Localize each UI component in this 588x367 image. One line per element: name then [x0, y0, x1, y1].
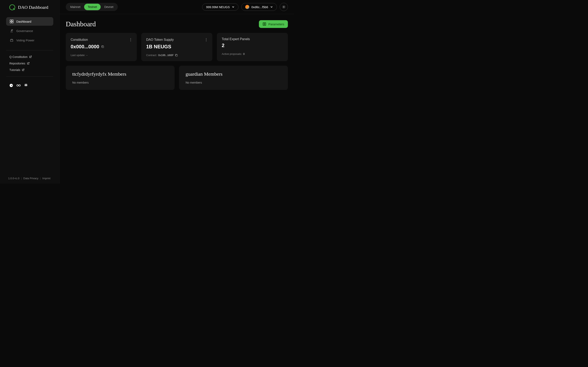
topbar: Mainnet Testnet Devnet 999.99M NEUGS 0xd… — [60, 0, 294, 14]
card-value: 1B NEUGS — [146, 44, 171, 50]
sidebar-footer: 1.0.0-rc.0 | Data Privacy | Imprint — [0, 173, 60, 184]
card-title: Total Expert Panels — [222, 37, 250, 41]
card-footer-label: Last update: — [71, 54, 85, 57]
nav-item-dashboard[interactable]: Dashboard — [6, 17, 53, 26]
page-title: Dashboard — [66, 20, 96, 28]
nav-label: Dashboard — [16, 20, 31, 23]
svg-point-8 — [17, 85, 18, 86]
app-title: DAO Dashboard — [18, 5, 48, 10]
social-icon-2[interactable] — [16, 83, 21, 88]
imprint-link[interactable]: Imprint — [42, 177, 51, 180]
sidebar: DAO Dashboard Dashboard Governance Votin… — [0, 0, 60, 184]
wallet-button[interactable]: 0xd6c...f5b6 — [241, 3, 277, 11]
network-tabs: Mainnet Testnet Devnet — [66, 3, 118, 11]
page-header: Dashboard Parameters — [66, 20, 288, 28]
svg-point-18 — [130, 41, 131, 42]
nav-item-voting-power[interactable]: Voting Power — [6, 36, 53, 44]
card-expert-panels: Total Expert Panels 2 Active proposals: … — [217, 33, 288, 61]
member-card-title: ttcfydrdyrfyrdyfx Members — [72, 71, 168, 77]
svg-point-20 — [206, 38, 207, 39]
svg-rect-19 — [102, 46, 104, 48]
card-menu-button[interactable] — [130, 37, 132, 42]
content: Dashboard Parameters Constitution 0x000.… — [60, 14, 294, 96]
member-card: guardian Members No members — [179, 66, 288, 90]
nav-label: Governance — [16, 29, 33, 33]
link-repositories[interactable]: Repositories — [6, 60, 53, 67]
settings-button[interactable] — [280, 3, 288, 11]
logo-section: DAO Dashboard — [0, 0, 60, 16]
wallet-avatar-icon — [245, 5, 249, 9]
svg-point-22 — [206, 41, 207, 42]
card-footer-value: - — [86, 54, 87, 57]
social-icon-3[interactable] — [24, 83, 28, 88]
external-link-icon — [22, 69, 24, 71]
nav-label: Voting Power — [16, 39, 34, 42]
voting-power-icon — [10, 38, 13, 42]
wallet-address: 0xd6c...f5b6 — [251, 5, 268, 9]
svg-rect-4 — [10, 22, 11, 23]
external-link-icon — [27, 62, 29, 65]
svg-rect-5 — [12, 22, 13, 23]
copy-icon[interactable] — [175, 54, 178, 57]
svg-point-16 — [130, 38, 131, 39]
privacy-link[interactable]: Data Privacy — [23, 177, 38, 180]
main: Mainnet Testnet Devnet 999.99M NEUGS 0xd… — [60, 0, 294, 184]
svg-point-7 — [11, 85, 12, 86]
divider — [6, 76, 53, 77]
social-icons — [0, 80, 60, 91]
card-footer-value: 0 — [243, 52, 245, 55]
link-section: Q Constitution Repositories Tutorials — [0, 54, 60, 73]
governance-icon — [10, 29, 13, 33]
network-tab-mainnet[interactable]: Mainnet — [67, 4, 84, 10]
separator: | — [21, 177, 22, 180]
svg-point-17 — [130, 40, 131, 40]
card-value: 2 — [222, 43, 224, 48]
svg-rect-2 — [10, 20, 11, 21]
member-empty-label: No members — [186, 81, 281, 84]
svg-rect-3 — [12, 20, 13, 21]
parameters-label: Parameters — [268, 22, 284, 26]
card-title: Constitution — [71, 38, 88, 42]
members-row: ttcfydrdyrfyrdyfx Members No members gua… — [66, 66, 288, 90]
link-tutorials[interactable]: Tutorials — [6, 67, 53, 73]
logo-icon — [9, 4, 16, 11]
svg-point-9 — [19, 85, 20, 86]
social-icon-1[interactable] — [9, 83, 13, 88]
link-label: Repositories — [9, 62, 25, 65]
network-tab-devnet[interactable]: Devnet — [101, 4, 117, 10]
chevron-down-icon — [270, 6, 273, 8]
network-tab-testnet[interactable]: Testnet — [84, 4, 101, 10]
card-value: 0x000...0000 — [71, 44, 99, 50]
card-constitution: Constitution 0x000...0000 Last update: - — [66, 33, 137, 61]
copy-icon[interactable] — [101, 45, 104, 48]
svg-point-11 — [283, 7, 285, 8]
svg-rect-23 — [176, 55, 177, 56]
nav-section: Dashboard Governance Voting Power — [0, 16, 60, 47]
gear-icon — [282, 5, 286, 9]
list-icon — [263, 22, 266, 26]
cards-row: Constitution 0x000...0000 Last update: - — [66, 33, 288, 61]
parameters-button[interactable]: Parameters — [259, 20, 288, 28]
version-label: 1.0.0-rc.0 — [8, 177, 19, 180]
nav-item-governance[interactable]: Governance — [6, 26, 53, 35]
link-q-constitution[interactable]: Q Constitution — [6, 54, 53, 60]
svg-point-21 — [206, 40, 207, 40]
link-label: Q Constitution — [9, 55, 27, 58]
chevron-down-icon — [232, 6, 234, 8]
card-title: DAO Token Supply — [146, 38, 174, 42]
card-footer-label: Contract: — [146, 54, 157, 57]
external-link-icon — [29, 56, 32, 58]
card-footer-label: Active proposals: — [222, 52, 242, 55]
member-card-title: guardian Members — [186, 71, 281, 77]
card-footer-value: 0x186...b66F — [158, 54, 174, 57]
dashboard-icon — [10, 20, 13, 23]
member-empty-label: No members — [72, 81, 168, 84]
card-token-supply: DAO Token Supply 1B NEUGS Contract: 0x18… — [141, 33, 212, 61]
link-label: Tutorials — [9, 68, 20, 72]
member-card: ttcfydrdyrfyrdyfx Members No members — [66, 66, 174, 90]
balance-button[interactable]: 999.99M NEUGS — [202, 3, 238, 11]
card-menu-button[interactable] — [205, 37, 208, 42]
balance-label: 999.99M NEUGS — [206, 5, 230, 9]
separator: | — [40, 177, 41, 180]
